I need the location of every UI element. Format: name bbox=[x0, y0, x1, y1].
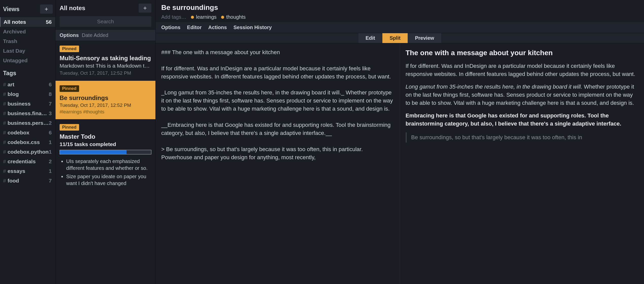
menu-session-history[interactable]: Session History bbox=[234, 25, 272, 30]
tag-item[interactable]: #food7 bbox=[0, 176, 55, 186]
progress-bar bbox=[60, 150, 151, 154]
tag-name: blog bbox=[8, 91, 19, 97]
view-label: Untagged bbox=[3, 57, 28, 64]
notes-sort-button[interactable]: Date Added bbox=[82, 32, 109, 38]
tag-name: codebox bbox=[8, 130, 29, 136]
view-item[interactable]: Untagged bbox=[0, 56, 55, 65]
tag-name: business.finance bbox=[8, 110, 49, 116]
tag-item[interactable]: #business.finance3 bbox=[0, 109, 55, 118]
preview-blockquote: Be surroundings, so but that's largely b… bbox=[406, 132, 639, 143]
tag-count: 2 bbox=[49, 120, 52, 126]
note-card-date: Tuesday, Oct 17, 2017, 12:52 PM bbox=[60, 103, 151, 108]
view-label: Trash bbox=[3, 38, 17, 44]
add-view-button[interactable]: + bbox=[40, 5, 53, 14]
note-card[interactable]: PinnedBe surroundingsTuesday, Oct 17, 20… bbox=[56, 80, 155, 119]
view-item[interactable]: Last Day bbox=[0, 46, 55, 56]
note-card[interactable]: PinnedMulti-Sensory as taking leadingMar… bbox=[56, 41, 155, 80]
tag-item[interactable]: #codebox6 bbox=[0, 128, 55, 137]
hash-icon: # bbox=[3, 168, 6, 174]
tag-label: thoughts bbox=[226, 14, 246, 20]
tag-count: 7 bbox=[49, 101, 52, 107]
markdown-editor[interactable]: ### The one with a message about your ki… bbox=[156, 43, 400, 284]
tag-list: #art6#blog8#business7#business.finance3#… bbox=[0, 80, 55, 186]
tag-name: business bbox=[8, 101, 31, 107]
view-item[interactable]: All notes56 bbox=[0, 17, 55, 27]
notes-options-button[interactable]: Options bbox=[60, 32, 79, 38]
search-input[interactable]: Search bbox=[60, 16, 151, 27]
pinned-badge: Pinned bbox=[60, 46, 79, 52]
view-label: Archived bbox=[3, 29, 26, 35]
tag-dot-icon bbox=[221, 16, 224, 19]
preview-em: Long gamut from 35-inches the results he… bbox=[406, 84, 582, 90]
tag-count: 6 bbox=[49, 130, 52, 136]
tag-thoughts[interactable]: thoughts bbox=[221, 14, 246, 20]
search-placeholder: Search bbox=[97, 18, 114, 25]
preview-paragraph: Embracing here is that Google has existe… bbox=[406, 112, 639, 128]
add-tags-button[interactable]: Add tags… bbox=[161, 14, 186, 20]
preview-paragraph: Long gamut from 35-inches the results he… bbox=[406, 83, 639, 107]
markdown-preview: The one with a message about your kitche… bbox=[400, 43, 644, 284]
editor-menu: Options Editor Actions Session History bbox=[156, 22, 644, 33]
note-card-date: Tuesday, Oct 17, 2017, 12:52 PM bbox=[60, 70, 151, 76]
hash-icon: # bbox=[3, 178, 6, 184]
hash-icon: # bbox=[3, 139, 6, 145]
menu-editor[interactable]: Editor bbox=[187, 25, 202, 30]
notes-panel: All notes + Search Options Date Added Pi… bbox=[55, 0, 155, 284]
view-label: All notes bbox=[4, 19, 26, 25]
tag-name: codebox.python bbox=[8, 149, 49, 155]
hash-icon: # bbox=[3, 91, 6, 97]
plus-icon: + bbox=[143, 5, 147, 12]
tag-label: learnings bbox=[196, 14, 217, 20]
preview-strong: Embracing here is that Google has existe… bbox=[406, 112, 621, 127]
note-card-title: Master Todo bbox=[60, 133, 151, 140]
tag-count: 2 bbox=[49, 158, 52, 165]
note-card[interactable]: PinnedMaster Todo11/15 tasks completedUI… bbox=[56, 119, 155, 193]
tag-count: 8 bbox=[49, 91, 52, 97]
note-title[interactable]: Be surroundings bbox=[161, 4, 638, 12]
menu-options[interactable]: Options bbox=[161, 25, 181, 30]
note-card-tags: #learnings #thoughts bbox=[60, 109, 151, 115]
tag-item[interactable]: #art6 bbox=[0, 80, 55, 89]
tag-name: codebox.css bbox=[8, 139, 40, 145]
note-tag-row: Add tags… learnings thoughts bbox=[161, 14, 638, 20]
pinned-badge: Pinned bbox=[60, 85, 79, 92]
tag-count: 1 bbox=[49, 168, 52, 174]
view-item[interactable]: Archived bbox=[0, 27, 55, 36]
note-card-title: Multi-Sensory as taking leading bbox=[60, 55, 151, 62]
note-card-preview: Markdown test This is a Markdown test fo… bbox=[60, 63, 151, 69]
tag-name: art bbox=[8, 82, 14, 88]
view-count: 56 bbox=[46, 19, 52, 25]
tag-item[interactable]: #essays1 bbox=[0, 166, 55, 176]
hash-icon: # bbox=[3, 110, 6, 116]
tag-item[interactable]: #blog8 bbox=[0, 89, 55, 99]
hash-icon: # bbox=[3, 149, 6, 155]
tag-item[interactable]: #codebox.css1 bbox=[0, 137, 55, 147]
preview-paragraph: If for different. Was and InDesign are a… bbox=[406, 62, 639, 78]
todo-item: UIs separately each emphasized different… bbox=[66, 158, 151, 172]
hash-icon: # bbox=[3, 158, 6, 165]
tag-item[interactable]: #business.perso …2 bbox=[0, 118, 55, 128]
view-list: All notes56ArchivedTrashLast DayUntagged bbox=[0, 17, 55, 65]
tag-count: 7 bbox=[49, 178, 52, 184]
hash-icon: # bbox=[3, 101, 6, 107]
tag-count: 1 bbox=[49, 139, 52, 145]
tag-learnings[interactable]: learnings bbox=[191, 14, 217, 20]
add-note-button[interactable]: + bbox=[139, 4, 151, 13]
menu-actions[interactable]: Actions bbox=[208, 25, 227, 30]
tag-count: 3 bbox=[49, 110, 52, 116]
tag-name: food bbox=[8, 178, 19, 184]
mode-tab-preview[interactable]: Preview bbox=[408, 33, 441, 43]
tag-item[interactable]: #business7 bbox=[0, 99, 55, 109]
tag-item[interactable]: #credentials2 bbox=[0, 157, 55, 166]
todo-list: UIs separately each emphasized different… bbox=[60, 158, 151, 187]
view-item[interactable]: Trash bbox=[0, 36, 55, 46]
note-card-subtitle: 11/15 tasks completed bbox=[60, 141, 151, 147]
note-card-title: Be surroundings bbox=[60, 94, 151, 102]
left-sidebar: Views + All notes56ArchivedTrashLast Day… bbox=[0, 0, 55, 284]
tag-item[interactable]: #codebox.python1 bbox=[0, 147, 55, 157]
hash-icon: # bbox=[3, 130, 6, 136]
mode-tab-edit[interactable]: Edit bbox=[359, 33, 382, 43]
view-label: Last Day bbox=[3, 48, 25, 54]
mode-tab-split[interactable]: Split bbox=[382, 33, 407, 43]
tag-count: 1 bbox=[49, 149, 52, 155]
